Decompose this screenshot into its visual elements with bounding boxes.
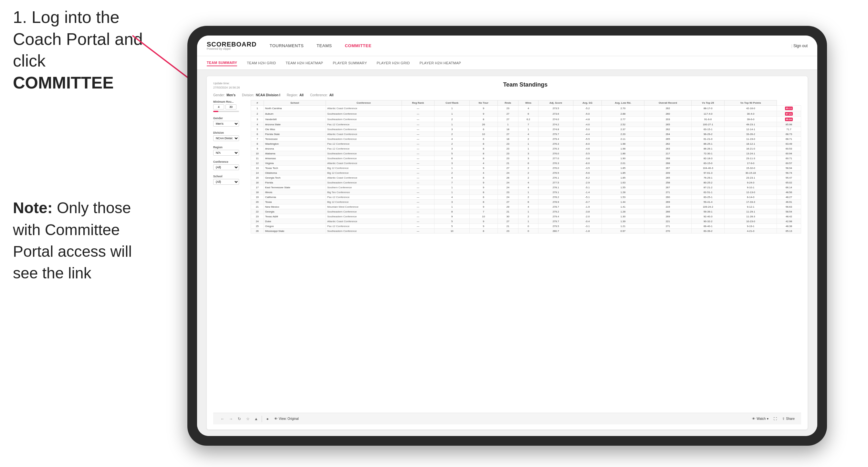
conference-select[interactable]: (All) xyxy=(213,164,239,170)
nav-committee[interactable]: COMMITTEE xyxy=(345,42,371,50)
cell-school: East Tennessee State xyxy=(264,185,326,190)
cell-data: 8 xyxy=(469,195,497,199)
gender-select[interactable]: Men's xyxy=(213,121,239,127)
cell-data: 1 xyxy=(434,190,470,195)
sub-nav-team-h2h-heatmap[interactable]: TEAM H2H HEATMAP xyxy=(285,60,323,66)
cell-data: -5.5 xyxy=(573,151,601,156)
cell-conference: Pac-12 Conference xyxy=(326,122,402,127)
cell-rank: 6 xyxy=(251,132,264,136)
cell-school: Arizona State xyxy=(264,122,326,127)
cell-points: 48.38 xyxy=(777,224,801,229)
cell-data: -5.6 xyxy=(573,170,601,175)
cell-data: 9 xyxy=(469,185,497,190)
cell-data: 17-33-3 xyxy=(724,199,777,205)
cell-data: 18 xyxy=(497,127,518,132)
cell-data: 3 xyxy=(434,161,470,166)
table-row: 3VanderbiltSoutheastern Conference—28276… xyxy=(251,117,801,122)
view-original-btn[interactable]: 👁 View: Original xyxy=(274,417,299,421)
share-btn[interactable]: ⇧ Share xyxy=(782,417,795,421)
cell-data: — xyxy=(402,175,434,180)
gender-sidebar-label: Gender xyxy=(213,117,246,120)
table-row: 24DukeAtlantic Coast Conference—59271279… xyxy=(251,219,801,224)
nav-tournaments[interactable]: TOURNAMENTS xyxy=(270,42,304,50)
cell-data: 8 xyxy=(469,146,497,151)
cell-data: 274.8 xyxy=(538,127,574,132)
cell-data: 9 xyxy=(469,219,497,224)
division-value: NCAA Division I xyxy=(256,93,280,97)
sign-out-btn[interactable]: Sign out xyxy=(792,43,808,48)
cell-data: 0 xyxy=(518,224,538,229)
cell-data: 258 xyxy=(644,180,691,185)
cell-data: 217 xyxy=(644,151,691,156)
table-header-row: # School Conference Reg Rank Conf Rank N… xyxy=(251,100,801,105)
cell-data: 1 xyxy=(518,146,538,151)
cell-data: 264 xyxy=(644,132,691,136)
toolbar-clock-icon[interactable]: ● xyxy=(265,416,270,422)
cell-rank: 18 xyxy=(251,190,264,195)
division-select[interactable]: NCAA Division I xyxy=(213,135,239,141)
cell-school: New Mexico xyxy=(264,205,326,209)
sub-nav-player-summary[interactable]: PLAYER SUMMARY xyxy=(333,60,367,66)
cell-rank: 2 xyxy=(251,111,264,117)
cell-rank: 21 xyxy=(251,205,264,209)
cell-rank: 16 xyxy=(251,180,264,185)
cell-data: 24 xyxy=(497,180,518,185)
cell-rank: 3 xyxy=(251,117,264,122)
col-vs-top25: Vs Top 25 xyxy=(691,100,724,105)
table-row: 26Mississippi StateSoutheastern Conferen… xyxy=(251,229,801,234)
cell-data: -4.6 xyxy=(573,146,601,151)
cell-data: — xyxy=(402,127,434,132)
sub-nav-team-h2h-grid[interactable]: TEAM H2H GRID xyxy=(247,60,276,66)
cell-data: 9 xyxy=(469,180,497,185)
cell-data: 1 xyxy=(518,190,538,195)
update-label: Update time: xyxy=(213,82,230,85)
school-sidebar-label: School xyxy=(213,175,246,178)
nav-teams[interactable]: TEAMS xyxy=(317,42,332,50)
table-row: 5Ole MissSoutheastern Conference—3618127… xyxy=(251,127,801,132)
sub-nav-team-summary[interactable]: TEAM SUMMARY xyxy=(207,60,237,66)
cell-data: -4.4 xyxy=(573,132,601,136)
col-vs-top50: Vs Top 50 Points xyxy=(724,100,777,105)
toolbar-share-icon[interactable]: ▲ xyxy=(253,416,259,422)
cell-points: 55.47 xyxy=(777,175,801,180)
cell-data: 276.3 xyxy=(538,146,574,151)
cell-data: 271 xyxy=(644,224,691,229)
cell-data: 262 xyxy=(644,127,691,132)
cell-data: 266 xyxy=(644,209,691,214)
cell-data: -6.0 xyxy=(573,142,601,146)
min-rounds-max-input[interactable] xyxy=(225,104,237,110)
cell-data: 0 xyxy=(518,229,538,234)
toolbar-refresh-icon[interactable]: ↻ xyxy=(237,416,242,422)
cell-data: 260 xyxy=(644,111,691,117)
cell-data: 27 xyxy=(497,219,518,224)
watch-btn[interactable]: 👁 Watch ▾ xyxy=(752,417,769,421)
cell-data: 23 xyxy=(497,190,518,195)
min-rounds-min-input[interactable] xyxy=(213,104,224,110)
card-header: Update time: 27/03/2024 16:56:26 Team St… xyxy=(213,82,801,90)
sub-nav-player-h2h-heatmap[interactable]: PLAYER H2H HEATMAP xyxy=(420,60,461,66)
toolbar-bookmark-icon[interactable]: ☆ xyxy=(245,416,251,422)
toolbar-forward-icon[interactable]: → xyxy=(228,416,234,422)
cell-rank: 23 xyxy=(251,214,264,219)
cell-data: 279.2 xyxy=(538,209,574,214)
cell-data: 1 xyxy=(434,122,470,127)
col-avg-low: Avg. Low Rd. xyxy=(602,100,645,105)
school-select[interactable]: (All) xyxy=(213,179,239,185)
sub-nav-player-h2h-grid[interactable]: PLAYER H2H GRID xyxy=(377,60,410,66)
region-select[interactable]: N/A xyxy=(213,150,239,156)
cell-points: 87.21 xyxy=(777,111,801,117)
cell-school: Auburn xyxy=(264,111,326,117)
table-row: 21New MexicoMountain West Conference—192… xyxy=(251,205,801,209)
expand-btn[interactable]: ⛶ xyxy=(774,417,777,421)
toolbar-back-icon[interactable]: ← xyxy=(220,416,225,422)
instruction-area: 1. Log into the Coach Portal and click C… xyxy=(13,6,149,284)
table-row: 17East Tennessee StateSouthern Conferenc… xyxy=(251,185,801,190)
conference-value: All xyxy=(329,93,333,97)
cell-data: 4 xyxy=(434,175,470,180)
cell-conference: Pac-12 Conference xyxy=(326,146,402,151)
cell-data: 80-25-2 xyxy=(691,180,724,185)
table-row: 11ArkansasSoutheastern Conference—682332… xyxy=(251,156,801,161)
toolbar-icons-left: ← → ↻ ☆ ▲ ● xyxy=(220,416,270,422)
filter-division: Division: NCAA Division I xyxy=(242,93,280,97)
gender-value: Men's xyxy=(226,93,236,97)
